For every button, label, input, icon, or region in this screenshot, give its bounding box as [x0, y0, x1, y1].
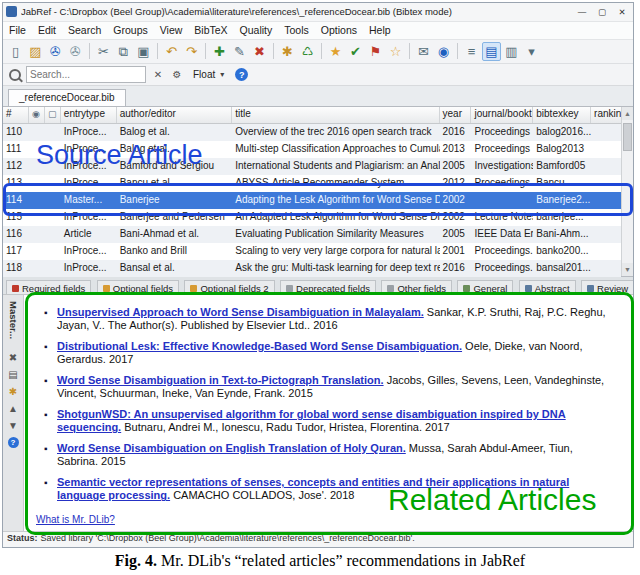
chevron-down-icon[interactable]: ▾	[220, 70, 224, 79]
scroll-down-icon[interactable]: ▼	[622, 263, 633, 276]
header-ranking[interactable]: ranking	[591, 107, 621, 123]
menu-view[interactable]: View	[154, 22, 189, 39]
menu-file[interactable]: File	[3, 22, 32, 39]
style-dropdown-icon[interactable]: ▾	[522, 42, 541, 61]
header-bibtexkey[interactable]: bibtexkey	[533, 107, 591, 123]
table-row[interactable]: 118 InProce... Bansal et al. Ask the gru…	[3, 260, 621, 277]
what-is-mrdlib-link[interactable]: What is Mr. DLib?	[36, 514, 115, 525]
preview-toggle-icon[interactable]: ▤	[482, 42, 501, 61]
tab-general[interactable]: General	[457, 280, 513, 295]
search-settings-icon[interactable]: ⚙	[170, 69, 184, 80]
next-entry-icon[interactable]: ▼	[8, 420, 18, 431]
generate-keys-icon[interactable]: ✱	[278, 42, 297, 61]
header-author[interactable]: author/editor	[117, 107, 233, 123]
table-body: 110 InProce... Balog et al. Overview of …	[3, 124, 621, 277]
table-row[interactable]: 110 InProce... Balog et al. Overview of …	[3, 124, 621, 141]
header-file-column[interactable]: ▢	[45, 107, 61, 123]
tab-deprecated-fields[interactable]: Deprecated fields	[280, 280, 376, 295]
header-year[interactable]: year	[440, 107, 472, 123]
menu-options[interactable]: Options	[315, 22, 363, 39]
copy-icon[interactable]: ⧉	[114, 42, 133, 61]
cell-entrytype: InProce...	[61, 260, 117, 277]
menu-bibtex[interactable]: BibTeX	[188, 22, 233, 39]
cell-title: International Students and Plagiarism: a…	[232, 158, 439, 175]
minimize-button[interactable]: —	[574, 4, 590, 20]
recommendation-link[interactable]: Word Sense Disambiguation on English Tra…	[57, 442, 406, 454]
table-row[interactable]: 113 InProce... Bancu et al. ABYSS-Articl…	[3, 175, 621, 192]
menu-search[interactable]: Search	[62, 22, 107, 39]
layout-toggle-icon[interactable]: ▥	[502, 42, 521, 61]
jabref-window: JabRef - C:\Dropbox (Beel Group)\Academi…	[2, 2, 634, 548]
redo-icon[interactable]: ↷	[182, 42, 201, 61]
priority-icon[interactable]: ⚑	[366, 42, 385, 61]
table-row[interactable]: 116 Article Bani-Ahmad et al. Evaluating…	[3, 226, 621, 243]
tab-optional-fields[interactable]: Optional fields	[97, 280, 179, 295]
entry-help-icon[interactable]: ?	[8, 437, 19, 448]
generate-key-icon[interactable]: ✱	[9, 386, 17, 397]
header-title[interactable]: title	[232, 107, 439, 123]
previous-entry-icon[interactable]: ▲	[8, 403, 18, 414]
cell-ranking	[591, 226, 621, 243]
header-web-column[interactable]: ◉	[29, 107, 45, 123]
ranking-icon[interactable]: ☆	[386, 42, 405, 61]
maximize-button[interactable]: ▢	[594, 4, 610, 20]
table-scrollbar[interactable]: ▲ ▼	[621, 107, 633, 276]
search-mode-dropdown[interactable]: Float	[193, 69, 215, 80]
recommendation-link[interactable]: Distributional Lesk: Effective Knowledge…	[57, 340, 462, 352]
table-row[interactable]: 112 InProce... Bamford and Sergiou Inter…	[3, 158, 621, 175]
open-library-icon[interactable]: ▨	[26, 42, 45, 61]
recommendation-link[interactable]: Word Sense Disambiguation in Text-to-Pic…	[57, 374, 384, 386]
save-library-icon[interactable]: ✇	[46, 42, 65, 61]
menu-help[interactable]: Help	[363, 22, 397, 39]
new-library-icon[interactable]: ▯	[6, 42, 25, 61]
menu-tools[interactable]: Tools	[278, 22, 315, 39]
show-source-icon[interactable]: ▤	[8, 369, 17, 380]
tab-other-fields[interactable]: Other fields	[381, 280, 452, 295]
cut-icon[interactable]: ✂	[94, 42, 113, 61]
groups-toggle-icon[interactable]: ≡	[462, 42, 481, 61]
menu-bar: File Edit Search Groups View BibTeX Qual…	[3, 22, 633, 40]
close-entry-icon[interactable]: ✖	[9, 352, 17, 363]
new-entry-icon[interactable]: ✚	[210, 42, 229, 61]
tab-required-fields[interactable]: Required fields	[6, 280, 91, 295]
cell-web	[29, 260, 45, 277]
tab-label: Deprecated fields	[296, 283, 370, 294]
cell-ranking	[591, 260, 621, 277]
search-help-icon[interactable]: ?	[235, 68, 248, 81]
header-journal[interactable]: journal/bookt...	[471, 107, 533, 123]
cell-file	[45, 175, 61, 192]
header-number[interactable]: #	[3, 107, 29, 123]
cleanup-icon[interactable]: ♺	[298, 42, 317, 61]
tab-optional-fields-2[interactable]: Optional fields 2	[184, 280, 274, 295]
search-input[interactable]	[26, 66, 146, 83]
cell-title: An Adapted Lesk Algorithm for Word Sense…	[232, 209, 439, 226]
table-row-selected[interactable]: 114 Master... Banerjee Adapting the Lesk…	[3, 192, 621, 209]
scroll-up-icon[interactable]: ▲	[622, 107, 633, 120]
scrollbar-thumb[interactable]	[623, 123, 632, 151]
save-all-icon[interactable]: ✇	[66, 42, 85, 61]
menu-edit[interactable]: Edit	[32, 22, 62, 39]
search-bar: ✕ ⚙ Float ▾ ?	[3, 64, 633, 86]
cell-journal: Investigations	[471, 158, 533, 175]
library-tab[interactable]: _referenceDocear.bib	[8, 89, 126, 106]
header-entrytype[interactable]: entrytype	[61, 107, 117, 123]
table-row[interactable]: 117 InProce... Banko and Brill Scaling t…	[3, 243, 621, 260]
mark-entries-icon[interactable]: ★	[326, 42, 345, 61]
table-row[interactable]: 111 InProce... Balog et al. Multi-step C…	[3, 141, 621, 158]
recommendation-link[interactable]: Unsupervised Approach to Word Sense Disa…	[57, 306, 424, 318]
quality-assured-icon[interactable]: ✔	[346, 42, 365, 61]
send-email-icon[interactable]: ✉	[414, 42, 433, 61]
undo-icon[interactable]: ↶	[162, 42, 181, 61]
cell-title: Multi-step Classification Approaches to …	[232, 141, 439, 158]
clear-search-icon[interactable]: ✕	[151, 69, 165, 80]
menu-groups[interactable]: Groups	[107, 22, 153, 39]
table-row[interactable]: 115 InProce... Banerjee and Pedersen An …	[3, 209, 621, 226]
close-button[interactable]: ✕	[614, 4, 630, 20]
delete-entry-icon[interactable]: ✖	[250, 42, 269, 61]
tab-review[interactable]: Review	[581, 280, 633, 295]
paste-icon[interactable]: ▣	[134, 42, 153, 61]
edit-entry-icon[interactable]: ✎	[230, 42, 249, 61]
tab-abstract[interactable]: Abstract	[519, 280, 576, 295]
web-search-icon[interactable]: ◉	[434, 42, 453, 61]
menu-quality[interactable]: Quality	[234, 22, 279, 39]
